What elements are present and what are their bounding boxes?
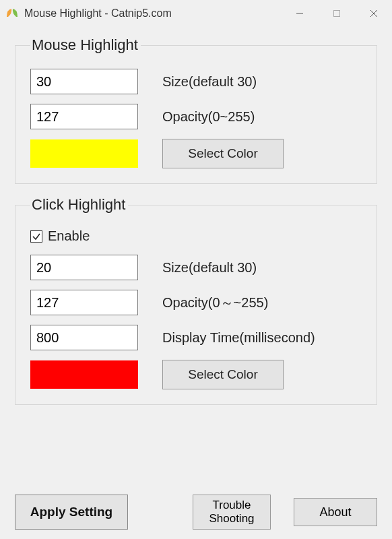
mouse-highlight-group: Mouse Highlight Size(default 30) Opacity… [15, 36, 377, 184]
click-size-input[interactable] [30, 255, 138, 280]
click-select-color-button[interactable]: Select Color [162, 360, 284, 389]
enable-checkbox[interactable] [30, 230, 42, 243]
mouse-color-swatch [30, 139, 138, 168]
click-display-time-label: Display Time(millisecond) [162, 330, 315, 346]
click-color-swatch [30, 360, 138, 389]
click-opacity-input[interactable] [30, 290, 138, 315]
minimize-button[interactable] [281, 0, 318, 27]
window-title: Mouse Highlight - Catnip5.com [24, 7, 172, 20]
mouse-select-color-button[interactable]: Select Color [162, 139, 284, 168]
window-controls [281, 0, 392, 27]
mouse-opacity-label: Opacity(0~255) [162, 109, 255, 125]
click-highlight-group: Click Highlight Enable Size(default 30) … [15, 196, 377, 405]
bottom-bar: Apply Setting Trouble Shooting About [15, 492, 377, 530]
maximize-button[interactable] [318, 0, 355, 27]
click-highlight-legend: Click Highlight [30, 196, 128, 214]
apply-setting-button[interactable]: Apply Setting [15, 495, 128, 530]
close-button[interactable] [355, 0, 392, 27]
app-icon [5, 7, 19, 20]
check-icon [32, 232, 41, 241]
click-display-time-input[interactable] [30, 325, 138, 350]
click-size-label: Size(default 30) [162, 260, 257, 276]
enable-label: Enable [48, 228, 90, 244]
click-opacity-label: Opacity(0～~255) [162, 294, 268, 312]
titlebar: Mouse Highlight - Catnip5.com [0, 0, 392, 27]
window: Mouse Highlight - Catnip5.com Mouse High… [0, 0, 392, 539]
mouse-size-input[interactable] [30, 69, 138, 94]
mouse-size-label: Size(default 30) [162, 74, 257, 90]
about-button[interactable]: About [294, 498, 377, 526]
svg-rect-1 [333, 11, 339, 17]
mouse-highlight-legend: Mouse Highlight [30, 36, 141, 54]
client-area: Mouse Highlight Size(default 30) Opacity… [0, 27, 392, 539]
trouble-shooting-button[interactable]: Trouble Shooting [193, 495, 271, 530]
mouse-opacity-input[interactable] [30, 104, 138, 129]
